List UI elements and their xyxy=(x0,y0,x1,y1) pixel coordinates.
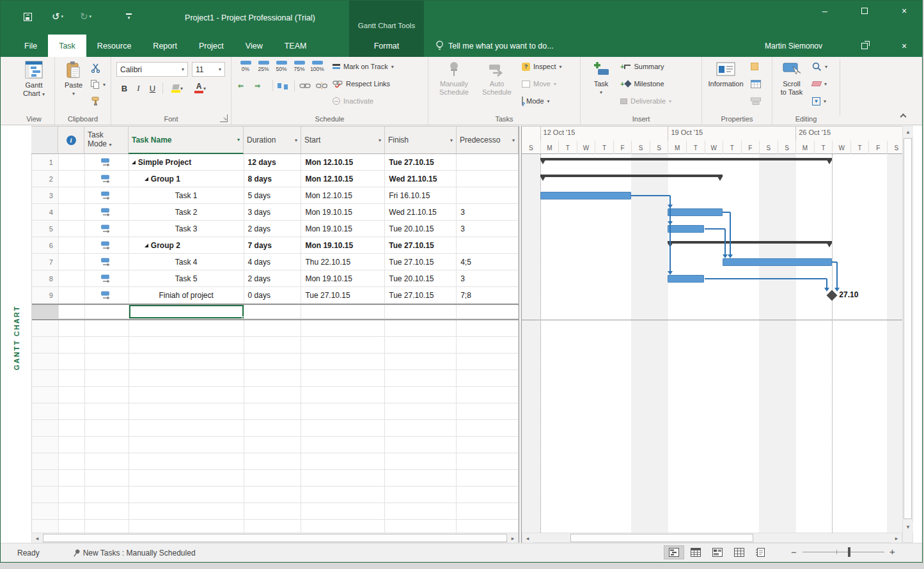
cell-duration[interactable]: 0 days xyxy=(244,287,302,304)
cell-start[interactable]: Mon 12.10.15 xyxy=(301,154,385,171)
zoom-slider-thumb[interactable] xyxy=(848,547,850,557)
cell-empty[interactable] xyxy=(457,453,519,470)
tab-team[interactable]: TEAM xyxy=(274,35,318,57)
tab-project[interactable]: Project xyxy=(188,35,235,57)
cell-empty[interactable] xyxy=(457,420,519,437)
task-mode-header[interactable]: TaskMode ▾ xyxy=(84,127,129,154)
view-bar-label[interactable]: GANTT CHART xyxy=(6,276,27,400)
cell-info[interactable] xyxy=(59,171,85,187)
cell-empty[interactable] xyxy=(301,403,385,420)
cell-task-name[interactable]: Task 3 xyxy=(129,221,244,237)
cell-task-mode[interactable] xyxy=(85,221,129,237)
cell-empty[interactable] xyxy=(301,520,385,533)
cell-finish[interactable] xyxy=(385,305,457,319)
insert-task-button[interactable]: Task ▾ xyxy=(586,59,616,111)
cell-start[interactable]: Mon 12.10.15 xyxy=(301,171,385,187)
row-number[interactable] xyxy=(32,354,59,370)
chart-vscroll-up-arrow[interactable]: ▴ xyxy=(903,127,913,137)
table-hscroll-thumb[interactable] xyxy=(43,534,507,542)
format-painter-button[interactable] xyxy=(91,94,100,108)
cell-empty[interactable] xyxy=(85,370,129,387)
cell-empty[interactable] xyxy=(385,337,457,354)
cell-empty[interactable] xyxy=(85,354,129,370)
information-button[interactable]: Information xyxy=(705,59,747,111)
add-to-timeline-button[interactable] xyxy=(751,94,761,108)
cell-start[interactable]: Tue 27.10.15 xyxy=(301,287,385,304)
zoom-in-button[interactable]: + xyxy=(889,546,895,557)
chart-vscroll-down-arrow[interactable]: ▾ xyxy=(903,522,913,532)
percent-complete-100[interactable]: 100% xyxy=(308,59,326,72)
selected-cell-fill-handle[interactable] xyxy=(242,316,244,319)
table-hscroll-right-arrow[interactable]: ▸ xyxy=(508,533,518,543)
cell-task-mode[interactable] xyxy=(85,305,129,319)
inspect-dropdown-icon[interactable]: ▾ xyxy=(559,64,561,70)
clear-dropdown-icon[interactable]: ▾ xyxy=(824,81,827,87)
cell-empty[interactable] xyxy=(457,503,519,520)
chart-vscrollbar[interactable]: ▴ ▾ xyxy=(902,126,913,543)
duration-filter-icon[interactable]: ▾ xyxy=(295,137,297,143)
cell-task-mode[interactable] xyxy=(85,204,129,221)
cell-empty[interactable] xyxy=(457,437,519,453)
gantt-task-bar-8[interactable] xyxy=(668,275,704,283)
chart-hscroll-right-arrow[interactable]: ▸ xyxy=(891,533,902,543)
cell-predecessors[interactable] xyxy=(457,154,519,171)
row-number[interactable] xyxy=(32,453,59,470)
cell-info[interactable] xyxy=(59,204,85,221)
chart-hscroll-left-arrow[interactable]: ◂ xyxy=(522,533,533,543)
cell-empty[interactable] xyxy=(59,403,85,420)
insert-summary-button[interactable]: + Summary xyxy=(620,59,664,74)
view-team-planner-button[interactable] xyxy=(707,545,728,559)
insert-milestone-button[interactable]: + Milestone xyxy=(620,77,664,91)
task-name-header[interactable]: Task Name ▾ xyxy=(129,127,244,154)
cell-info[interactable] xyxy=(59,187,85,204)
cell-empty[interactable] xyxy=(129,437,244,453)
cell-empty[interactable] xyxy=(385,453,457,470)
cell-duration[interactable]: 7 days xyxy=(244,237,302,254)
cell-finish[interactable]: Wed 21.10.15 xyxy=(385,171,457,187)
cell-empty[interactable] xyxy=(457,320,519,337)
cell-empty[interactable] xyxy=(457,337,519,354)
new-tasks-mode-button[interactable]: New Tasks : Manually Scheduled xyxy=(73,549,196,557)
cell-task-mode[interactable] xyxy=(85,154,129,171)
cell-empty[interactable] xyxy=(457,520,519,533)
cell-task-name[interactable]: Group 2 xyxy=(129,237,244,254)
cell-empty[interactable] xyxy=(244,437,302,453)
row-number[interactable] xyxy=(32,437,59,453)
restore-ribbon-button[interactable] xyxy=(851,36,878,56)
mark-on-track-dropdown-icon[interactable]: ▾ xyxy=(391,64,394,70)
row-number[interactable] xyxy=(32,370,59,387)
cell-start[interactable] xyxy=(301,305,385,319)
cell-empty[interactable] xyxy=(244,403,302,420)
tell-me-box[interactable]: Tell me what you want to do... xyxy=(435,35,554,57)
cell-empty[interactable] xyxy=(244,487,302,503)
cell-empty[interactable] xyxy=(385,370,457,387)
save-button[interactable] xyxy=(24,8,32,25)
fill-dropdown-icon[interactable]: ▾ xyxy=(824,98,826,104)
cell-empty[interactable] xyxy=(385,487,457,503)
cell-empty[interactable] xyxy=(59,420,85,437)
gantt-summary-bar-1[interactable] xyxy=(540,158,833,164)
chart-vscroll-thumb[interactable] xyxy=(904,138,912,519)
cell-predecessors[interactable]: 3 xyxy=(457,221,519,237)
cell-empty[interactable] xyxy=(244,370,302,387)
cell-start[interactable]: Mon 19.10.15 xyxy=(301,270,385,287)
cell-info[interactable] xyxy=(59,305,85,319)
cell-task-mode[interactable] xyxy=(85,270,129,287)
cell-empty[interactable] xyxy=(244,420,302,437)
cell-duration[interactable]: 12 days xyxy=(244,154,302,171)
cell-start[interactable]: Mon 19.10.15 xyxy=(301,237,385,254)
cell-finish[interactable]: Tue 20.10.15 xyxy=(385,221,457,237)
cell-empty[interactable] xyxy=(129,320,244,337)
chart-hscroll-thumb[interactable] xyxy=(570,534,753,542)
inactivate-button[interactable]: Inactivate xyxy=(333,94,373,108)
percent-complete-0[interactable]: 0% xyxy=(237,59,254,72)
cell-empty[interactable] xyxy=(85,487,129,503)
predecessors-header[interactable]: Predecesso▾ xyxy=(457,127,519,154)
task-mode-button[interactable]: ? Mode ▾ xyxy=(522,94,550,108)
row-number[interactable] xyxy=(32,320,59,337)
cell-info[interactable] xyxy=(59,154,85,171)
cell-info[interactable] xyxy=(59,237,85,254)
cell-empty[interactable] xyxy=(301,503,385,520)
row-number[interactable]: 1 xyxy=(32,154,59,171)
cell-task-name[interactable]: Group 1 xyxy=(129,171,244,187)
